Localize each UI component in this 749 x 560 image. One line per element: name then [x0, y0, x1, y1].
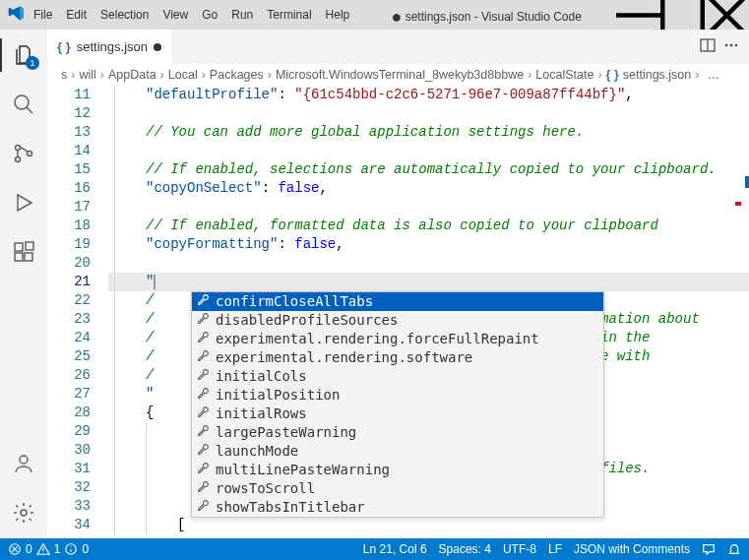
suggest-item[interactable]: initialRows	[192, 404, 603, 423]
code-area[interactable]: "defaultProfile": "{61c54bbd-c2c6-5271-9…	[108, 86, 749, 538]
suggest-item[interactable]: rowsToScroll	[192, 479, 603, 498]
menu-help[interactable]: Help	[319, 2, 357, 28]
activity-search[interactable]	[0, 85, 47, 124]
svg-point-9	[20, 456, 28, 464]
breadcrumbs[interactable]: s› will› AppData› Local› Packages› Micro…	[47, 64, 749, 86]
window-close-button[interactable]	[705, 0, 749, 30]
split-editor-icon[interactable]	[700, 37, 716, 56]
activity-accounts[interactable]	[0, 444, 47, 483]
suggest-item[interactable]: multiLinePasteWarning	[192, 461, 603, 479]
svg-point-1	[15, 95, 29, 109]
svg-point-4	[28, 152, 32, 156]
status-indentation[interactable]: Spaces: 4	[439, 542, 491, 556]
menu-view[interactable]: View	[156, 2, 195, 28]
status-eol[interactable]: LF	[548, 542, 562, 556]
menu-bar: File Edit Selection View Go Run Terminal…	[27, 2, 356, 28]
window-title: ● settings.json - Visual Studio Code	[356, 5, 616, 26]
property-icon	[196, 311, 210, 330]
suggest-item[interactable]: largePasteWarning	[192, 423, 603, 442]
activity-debug[interactable]	[0, 183, 47, 222]
activity-extensions[interactable]	[0, 232, 47, 272]
svg-point-2	[16, 146, 21, 151]
activity-explorer[interactable]: 1	[0, 35, 47, 75]
svg-point-10	[21, 510, 27, 516]
overview-ruler	[735, 86, 749, 538]
suggest-item[interactable]: initialCols	[192, 367, 603, 386]
tabs-row: { } settings.json	[47, 30, 749, 64]
suggest-item[interactable]: confirmCloseAllTabs	[192, 292, 603, 311]
status-bar: 0 1 0 Ln 21, Col 6 Spaces: 4 UTF-8 LF JS…	[0, 538, 749, 560]
property-icon	[196, 423, 210, 442]
property-icon	[196, 386, 210, 404]
svg-rect-7	[25, 253, 32, 261]
window-maximize-button[interactable]	[660, 0, 705, 30]
activity-scm[interactable]	[0, 134, 47, 173]
suggest-item[interactable]: initialPosition	[192, 386, 603, 404]
suggest-item[interactable]: launchMode	[192, 442, 603, 461]
menu-selection[interactable]: Selection	[94, 2, 156, 28]
status-problems[interactable]: 0 1 0	[8, 542, 89, 556]
status-language[interactable]: JSON with Comments	[574, 542, 690, 556]
status-notifications-icon[interactable]	[727, 542, 741, 556]
property-icon	[196, 404, 210, 423]
menu-file[interactable]: File	[27, 2, 59, 28]
more-actions-icon[interactable]	[723, 37, 739, 56]
property-icon	[196, 330, 210, 348]
svg-point-14	[735, 44, 738, 47]
svg-point-12	[725, 44, 728, 47]
title-bar: File Edit Selection View Go Run Terminal…	[0, 0, 749, 30]
activity-settings[interactable]	[0, 493, 47, 532]
svg-rect-5	[15, 243, 23, 251]
suggest-item[interactable]: experimental.rendering.forceFullRepaint	[192, 330, 603, 348]
status-cursor-position[interactable]: Ln 21, Col 6	[363, 542, 427, 556]
menu-run[interactable]: Run	[224, 2, 260, 28]
suggest-widget[interactable]: confirmCloseAllTabsdisabledProfileSource…	[191, 291, 604, 518]
tab-label: settings.json	[77, 39, 148, 54]
status-encoding[interactable]: UTF-8	[503, 542, 536, 556]
json-file-icon: { }	[57, 39, 71, 54]
explorer-badge: 1	[26, 56, 39, 70]
editor[interactable]: 1112131415161718192021222324252627282930…	[47, 86, 749, 538]
property-icon	[196, 292, 210, 311]
property-icon	[196, 367, 210, 386]
property-icon	[196, 461, 210, 479]
tab-dirty-icon	[154, 43, 161, 51]
property-icon	[196, 479, 210, 498]
json-file-icon: { }	[606, 68, 619, 82]
window-title-text: settings.json - Visual Studio Code	[406, 10, 582, 24]
property-icon	[196, 442, 210, 461]
vscode-logo-icon	[8, 5, 25, 25]
menu-go[interactable]: Go	[195, 2, 224, 28]
property-icon	[196, 498, 210, 517]
dirty-dot-icon: ●	[391, 7, 402, 27]
menu-edit[interactable]: Edit	[59, 2, 94, 28]
text-cursor	[154, 275, 156, 289]
status-feedback-icon[interactable]	[702, 542, 716, 556]
suggest-item[interactable]: showTabsInTitlebar	[192, 498, 603, 517]
window-minimize-button[interactable]	[616, 0, 660, 30]
property-icon	[196, 348, 210, 367]
activity-bar: 1	[0, 30, 47, 538]
suggest-item[interactable]: disabledProfileSources	[192, 311, 603, 330]
svg-rect-6	[15, 253, 23, 261]
tab-settings-json[interactable]: { } settings.json	[47, 30, 172, 64]
svg-rect-8	[26, 242, 33, 250]
menu-terminal[interactable]: Terminal	[260, 2, 318, 28]
svg-point-13	[730, 44, 733, 47]
suggest-item[interactable]: experimental.rendering.software	[192, 348, 603, 367]
line-number-gutter: 1112131415161718192021222324252627282930…	[47, 86, 108, 538]
svg-point-3	[16, 157, 21, 162]
